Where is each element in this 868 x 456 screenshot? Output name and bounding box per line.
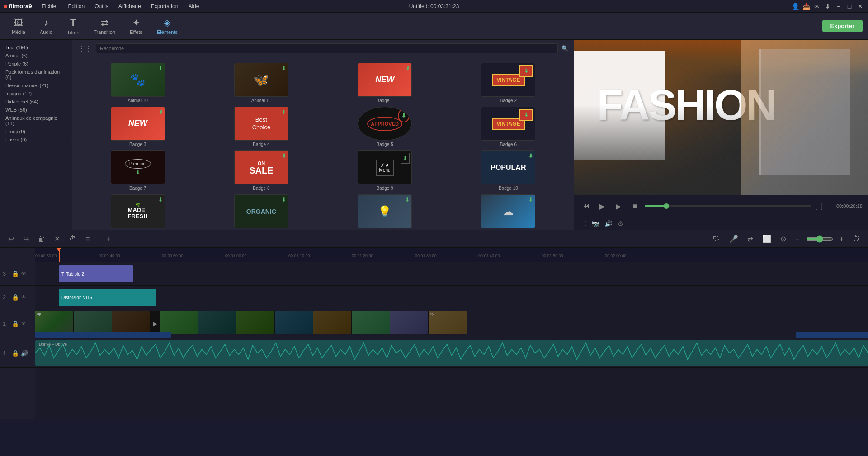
list-item[interactable]: 🌿 MADEFRESH ⬇ Badge 11 <box>76 193 199 230</box>
swap-icon[interactable]: ⇄ <box>745 234 756 244</box>
text-clip[interactable]: T Tabloid 2 <box>59 265 133 282</box>
menu-exportation[interactable]: Exportation <box>146 2 183 10</box>
sidebar-item-amour[interactable]: Amour (6) <box>0 52 72 60</box>
list-button[interactable]: ≡ <box>83 234 92 244</box>
list-item[interactable]: ON SALE ⬇ Badge 8 <box>199 149 323 193</box>
menu-fichier[interactable]: Fichier <box>37 2 62 10</box>
add-track-button[interactable]: + <box>104 234 113 244</box>
sidebar-scroll-arrow[interactable]: › <box>71 135 72 140</box>
toolbar-elements[interactable]: ◈ Éléments <box>151 15 184 37</box>
timer-button[interactable]: ⏱ <box>66 234 79 244</box>
download-icon[interactable]: ⬇ <box>824 2 832 10</box>
list-item[interactable]: 🐾 ⬇ Animal 10 <box>76 61 199 105</box>
toolbar-transition[interactable]: ⇄ Transition <box>87 15 122 37</box>
track-mute-icon[interactable]: 🔒 <box>12 350 19 357</box>
sidebar-item-web[interactable]: WEB (56) <box>0 106 72 114</box>
audio-clip[interactable]: Dbrive – Dbrive <box>35 340 868 366</box>
sidebar-item-insigne[interactable]: Insigne (12) <box>0 89 72 98</box>
menu-outils[interactable]: Outils <box>90 2 113 10</box>
circle-icon[interactable]: ⊙ <box>778 234 789 244</box>
track-eye-icon[interactable]: 👁 <box>21 294 27 301</box>
playhead[interactable] <box>59 248 60 262</box>
menu-edition[interactable]: Edition <box>63 2 89 10</box>
timeline-content: + 3 🔒 👁 2 🔒 👁 1 🔒 👁 1 <box>0 248 868 419</box>
zoom-in-icon[interactable]: + <box>837 234 846 244</box>
list-item[interactable]: NEW ⬇ Badge 1 <box>323 61 447 105</box>
vhs-clip[interactable]: Distorsion VHS <box>59 289 156 306</box>
timeline-ruler[interactable]: 00:00:30:00 00:00:40:00 00:00:50:00 00:0… <box>35 248 868 262</box>
user-icon[interactable]: 👤 <box>791 2 799 10</box>
list-item[interactable]: ✗ ✗Menu ⬇ Badge 9 <box>323 149 447 193</box>
track-eye-icon[interactable]: 👁 <box>21 270 27 277</box>
download-icon: ⬇ <box>405 65 410 71</box>
crop-icon[interactable]: ⬜ <box>760 234 774 244</box>
mic-icon[interactable]: 🎤 <box>726 234 741 244</box>
shield-icon[interactable]: 🛡 <box>710 234 723 244</box>
fullscreen-icon[interactable]: ⛶ <box>580 220 586 227</box>
progress-bar[interactable] <box>645 205 811 207</box>
sidebar-item-all[interactable]: Tout (191) <box>0 43 72 52</box>
sidebar-item-favori[interactable]: Favori (0) <box>0 136 72 144</box>
sidebar-item-animaux[interactable]: Animaux de compagnie (11) <box>0 114 72 127</box>
list-item[interactable]: NEW ⬇ Badge 3 <box>76 105 199 149</box>
redo-button[interactable]: ↪ <box>20 234 32 244</box>
list-item[interactable]: VINTAGE ⬇ Badge 6 <box>447 105 570 149</box>
sidebar-item-didacticiel[interactable]: Didacticiel (64) <box>0 98 72 106</box>
add-media-icon[interactable]: + <box>4 252 6 258</box>
stop-button[interactable]: ■ <box>628 200 641 212</box>
toolbar-audio[interactable]: ♪ Audio <box>33 16 59 37</box>
track-lock-icon[interactable]: 🔒 <box>12 320 19 327</box>
track-number-3: 3 <box>3 270 10 277</box>
sidebar-item-emoji[interactable]: Emoji (9) <box>0 127 72 136</box>
cut-button[interactable]: ✕ <box>52 234 63 244</box>
skip-back-button[interactable]: ⏮ <box>580 200 592 212</box>
video-thumb <box>112 311 151 334</box>
element-label: Badge 7 <box>129 186 146 191</box>
toolbar-effects[interactable]: ✦ Effets <box>123 15 149 37</box>
ruler-mark: 00:01:00:00 <box>225 254 247 258</box>
track-volume-icon[interactable]: 🔊 <box>21 350 28 357</box>
close-button[interactable]: ✕ <box>856 2 864 10</box>
undo-button[interactable]: ↩ <box>5 234 17 244</box>
fit-icon[interactable]: ⏱ <box>850 234 863 244</box>
delete-button[interactable]: 🗑 <box>35 234 48 244</box>
list-item[interactable]: ORGANIC ⬇ Badge 12 <box>199 193 323 230</box>
volume-icon[interactable]: 🔊 <box>604 220 612 227</box>
message-icon[interactable]: ✉ <box>813 2 821 10</box>
inbox-icon[interactable]: 📥 <box>802 2 810 10</box>
download-icon: ⬇ <box>282 197 286 203</box>
search-input[interactable] <box>96 43 558 53</box>
list-item[interactable]: BestChoice ⬇ Badge 4 <box>199 105 323 149</box>
sidebar-item-dessin[interactable]: Dessin manuel (21) <box>0 81 72 89</box>
toolbar-media[interactable]: 🖼 Média <box>5 16 32 37</box>
play-forward-button[interactable]: ▶ <box>612 200 625 212</box>
progress-handle[interactable] <box>664 203 669 209</box>
element-label: Animal 11 <box>251 98 271 103</box>
maximize-button[interactable]: □ <box>845 2 854 10</box>
track-lock-icon[interactable]: 🔒 <box>12 294 19 301</box>
list-item[interactable]: APPROVED ⬇ Badge 5 <box>323 105 447 149</box>
track-lock-icon[interactable]: 🔒 <box>12 270 19 277</box>
settings-icon[interactable]: ⚙ <box>618 220 623 227</box>
snapshot-icon[interactable]: 📷 <box>591 220 599 227</box>
zoom-slider[interactable] <box>806 235 833 243</box>
minimize-button[interactable]: − <box>835 2 843 10</box>
menu-aide[interactable]: Aide <box>184 2 203 10</box>
list-item[interactable]: POPULAR ⬇ Badge 10 <box>447 149 570 193</box>
export-button[interactable]: Exporter <box>822 20 863 32</box>
zoom-out-icon[interactable]: − <box>793 234 802 244</box>
grid-view-icon[interactable]: ⋮⋮ <box>78 44 92 53</box>
search-icon[interactable]: 🔍 <box>561 45 568 52</box>
list-item[interactable]: ☁ ⬇ Dessin 2 <box>447 193 570 230</box>
sidebar-item-periple[interactable]: Périple (6) <box>0 60 72 68</box>
list-item[interactable]: Premium ⬇ Badge 7 <box>76 149 199 193</box>
elements-panel: ⋮⋮ 🔍 🐾 ⬇ Animal 10 🦋 ⬇ Animal 11 <box>72 40 574 230</box>
toolbar-titles[interactable]: T Titres <box>61 15 85 37</box>
sidebar-item-pack[interactable]: Pack formes d'animation (6) <box>0 68 72 81</box>
list-item[interactable]: 🦋 ⬇ Animal 11 <box>199 61 323 105</box>
track-eye-icon[interactable]: 👁 <box>21 320 27 327</box>
list-item[interactable]: VINTAGE ⬇ Badge 2 <box>447 61 570 105</box>
list-item[interactable]: 💡 ⬇ Dessin 1 <box>323 193 447 230</box>
menu-affichage[interactable]: Affichage <box>114 2 146 10</box>
play-button[interactable]: ▶ <box>596 200 609 212</box>
